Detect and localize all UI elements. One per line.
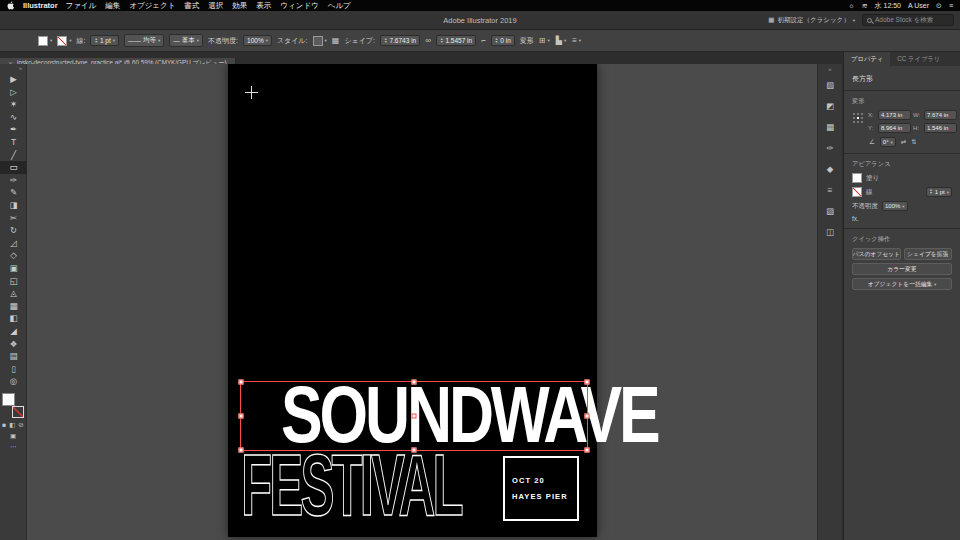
x-field[interactable]: 4.173 in [878, 110, 911, 120]
menu-item[interactable]: 効果 [232, 1, 247, 11]
screen-mode-button[interactable]: ⋯ [10, 443, 17, 451]
collapsed-panel-icon[interactable]: ▧ [818, 74, 842, 95]
canvas-area[interactable]: SOUNDWAVE FESTIVAL OCT 20 HAYES PIER [27, 64, 817, 540]
control-option[interactable]: ▙▾ [556, 36, 566, 45]
selection-handle[interactable] [585, 414, 590, 419]
menu-item[interactable]: 編集 [105, 1, 120, 11]
color-mode-button[interactable]: ■ [2, 421, 6, 429]
control-option[interactable]: ≡▾ [572, 36, 581, 45]
tool-button[interactable]: ◬ [0, 287, 27, 300]
y-field[interactable]: 8.964 in [878, 123, 911, 133]
tool-button[interactable]: ▭ [0, 161, 27, 174]
style-dropdown[interactable]: ▾ [313, 36, 327, 46]
stepper-icon[interactable]: ▲▼ [495, 38, 498, 44]
tool-button[interactable]: ◎ [0, 375, 27, 388]
menu-item[interactable]: オブジェクト [129, 1, 175, 11]
tool-button[interactable]: ▤ [0, 350, 27, 363]
collapsed-panel-icon[interactable]: ◆ [818, 158, 842, 179]
tool-button[interactable]: ◧ [0, 312, 27, 325]
tool-button[interactable]: ▶ [0, 73, 27, 86]
selection-handle[interactable] [585, 448, 590, 453]
menu-item[interactable]: ファイル [66, 1, 97, 11]
quick-action-button[interactable]: シェイプを拡張 [904, 248, 953, 260]
selection-handle[interactable] [412, 380, 417, 385]
tool-button[interactable]: ✒ [0, 123, 27, 136]
control-option[interactable]: ⊞▾ [539, 36, 550, 45]
w-field[interactable]: 7.674 in [924, 110, 957, 120]
rotation-field[interactable]: 0°▾ [880, 137, 896, 147]
tool-button[interactable]: ◇ [0, 249, 27, 262]
flip-horizontal-icon[interactable]: ⇄ [901, 138, 906, 146]
selection-handle[interactable] [239, 380, 244, 385]
panel-tab[interactable]: CC ライブラリ [890, 52, 947, 66]
selection-handle[interactable] [412, 448, 417, 453]
app-menu[interactable]: Illustrator [23, 1, 58, 10]
toolbar-collapse-icon[interactable]: » [0, 64, 26, 73]
tool-button[interactable]: ◢ [0, 325, 27, 338]
artboard[interactable]: SOUNDWAVE FESTIVAL OCT 20 HAYES PIER [228, 64, 597, 537]
corner-radius-field[interactable]: ▲▼0 in [491, 35, 515, 46]
collapsed-panel-icon[interactable]: ✑ [818, 137, 842, 158]
status-icon[interactable]: ☼ [848, 2, 854, 10]
selection-bounding-box[interactable] [240, 381, 588, 451]
stroke-swatch[interactable] [852, 187, 862, 197]
panel-tab[interactable]: プロパティ [844, 52, 890, 66]
stepper-icon[interactable]: ▲▼ [94, 38, 97, 44]
stepper-icon[interactable]: ▲▼ [440, 38, 443, 44]
selection-handle[interactable] [585, 380, 590, 385]
menu-item[interactable]: 選択 [208, 1, 223, 11]
quick-action-button[interactable]: カラー変更 [852, 263, 952, 275]
recolor-artwork-icon[interactable]: ▦ [332, 36, 340, 45]
tool-button[interactable]: ▯ [0, 363, 27, 376]
tool-button[interactable]: ◿ [0, 237, 27, 250]
spotlight-icon[interactable]: ⊙ [936, 2, 942, 10]
quick-action-button[interactable]: パスのオフセット [852, 248, 901, 260]
collapsed-panel-icon[interactable]: ≡ [818, 179, 842, 200]
collapsed-panel-icon[interactable]: ▦ [818, 116, 842, 137]
poster-info-box[interactable]: OCT 20 HAYES PIER [503, 456, 579, 521]
opacity-field[interactable]: 100%▾ [882, 201, 908, 211]
fill-indicator[interactable] [2, 393, 15, 406]
selection-handle[interactable] [239, 414, 244, 419]
stepper-icon[interactable]: ▲▼ [384, 38, 387, 44]
brush-definition-dropdown[interactable]: —基本▾ [169, 34, 203, 47]
shape-height-field[interactable]: ▲▼1.5457 in [436, 35, 476, 46]
menu-item[interactable]: 書式 [184, 1, 199, 11]
apple-menu-icon[interactable] [7, 1, 15, 10]
collapsed-panel-icon[interactable]: ◩ [818, 95, 842, 116]
stroke-color-dropdown[interactable]: ▾ [57, 36, 71, 46]
stock-search-input[interactable]: Adobe Stock を検索 [862, 14, 954, 26]
notification-center-icon[interactable]: ≡ [949, 2, 953, 9]
draw-mode-button[interactable]: ▣ [10, 432, 16, 440]
collapsed-panel-icon[interactable]: ◫ [818, 221, 842, 242]
stepper-icon[interactable]: ▲▼ [929, 189, 932, 195]
global-edit-button[interactable]: オブジェクトを一括編集 ▾ [852, 278, 952, 290]
status-icon[interactable]: ≋ [862, 2, 868, 10]
fx-button[interactable]: fx. [852, 215, 859, 222]
dock-expand-icon[interactable]: « [818, 64, 842, 74]
tool-button[interactable]: ∿ [0, 111, 27, 124]
fill-stroke-indicator[interactable] [1, 393, 25, 418]
tool-button[interactable]: ✂ [0, 212, 27, 225]
menubar-clock[interactable]: 水 12:50 [875, 1, 901, 11]
tool-button[interactable]: ✶ [0, 98, 27, 111]
color-mode-button[interactable]: ◧ [9, 421, 15, 429]
stroke-weight-field[interactable]: ▲▼1 pt▾ [90, 35, 119, 46]
tool-button[interactable]: ▣ [0, 262, 27, 275]
flip-vertical-icon[interactable]: ⇅ [911, 138, 916, 146]
shape-width-field[interactable]: ▲▼7.6743 in [380, 35, 420, 46]
link-dimensions-icon[interactable]: ∞ [425, 36, 431, 45]
tool-button[interactable]: ❖ [0, 337, 27, 350]
tool-button[interactable]: ✎ [0, 186, 27, 199]
tool-button[interactable]: ▦ [0, 300, 27, 313]
color-mode-button[interactable]: ⊘ [18, 421, 23, 429]
opacity-field[interactable]: 100%▾ [243, 35, 272, 46]
fill-swatch[interactable] [38, 36, 48, 46]
stroke-indicator[interactable] [12, 406, 24, 418]
tool-button[interactable]: ╱ [0, 149, 27, 162]
user-menu[interactable]: A User [908, 2, 929, 9]
tool-button[interactable]: ↻ [0, 224, 27, 237]
selection-center-point[interactable] [412, 414, 417, 419]
tool-button[interactable]: ◨ [0, 199, 27, 212]
collapsed-panel-icon[interactable]: ▨ [818, 200, 842, 221]
